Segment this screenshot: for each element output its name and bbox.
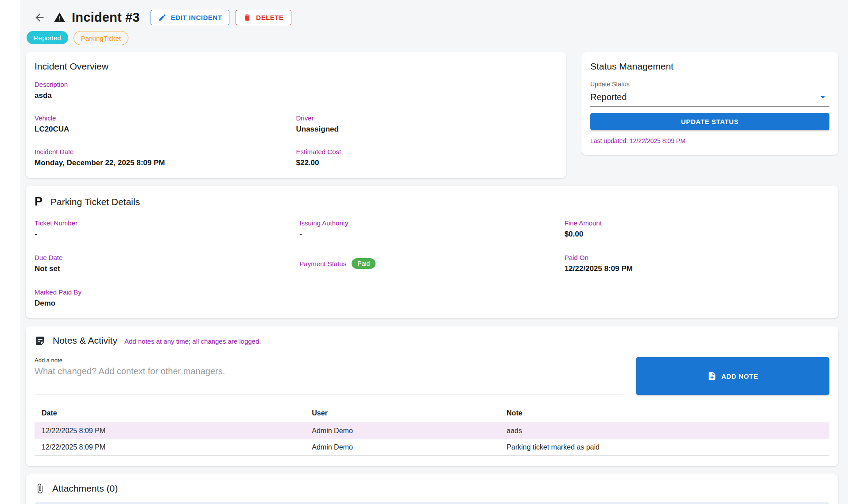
delete-button[interactable]: DELETE <box>236 10 291 25</box>
parking-icon: P <box>35 195 43 209</box>
marked-paid-by-field: Marked Paid By Demo <box>35 288 299 308</box>
due-date-label: Due Date <box>35 254 299 261</box>
description-value: asda <box>35 91 558 100</box>
page-header: Incident #3 EDIT INCIDENT DELETE <box>26 7 838 27</box>
trash-icon <box>243 13 252 22</box>
paid-status-badge: Paid <box>352 258 376 269</box>
date-cost-row: Incident Date Monday, December 22, 2025 … <box>35 148 558 167</box>
warning-icon <box>54 12 66 23</box>
note-row-user: Admin Demo <box>305 423 500 439</box>
chevron-down-icon <box>817 91 829 103</box>
last-updated-text: Last updated: 12/22/2025 8:09 PM <box>590 137 829 144</box>
paid-on-field: Paid On 12/22/2025 8:09 PM <box>565 254 829 273</box>
left-gutter <box>0 0 20 504</box>
note-input[interactable] <box>35 366 623 391</box>
note-row-date: 12/22/2025 8:09 PM <box>35 423 305 439</box>
edit-incident-button[interactable]: EDIT INCIDENT <box>151 10 230 25</box>
notes-input-row: Add a note ADD NOTE <box>35 357 829 395</box>
overview-title: Incident Overview <box>35 61 558 72</box>
note-input-wrap: Add a note <box>35 357 623 395</box>
note-row-note: aads <box>500 423 829 439</box>
vehicle-value: LC20CUA <box>35 125 296 134</box>
notes-header: Notes & Activity Add notes at any time; … <box>35 335 829 346</box>
fine-amount-label: Fine Amount <box>565 219 829 227</box>
incident-date-label: Incident Date <box>35 148 296 155</box>
notes-title: Notes & Activity <box>53 335 117 346</box>
update-status-button[interactable]: UPDATE STATUS <box>590 113 829 130</box>
top-cards-row: Incident Overview Description asda Vehic… <box>26 52 838 178</box>
update-status-select-value: Reported <box>590 92 627 102</box>
notes-table: Date User Note 12/22/2025 8:09 PM Admin … <box>35 405 829 456</box>
description-field: Description asda <box>35 81 558 100</box>
note-icon <box>35 335 46 346</box>
page-title: Incident #3 <box>72 10 140 25</box>
note-row-date: 12/22/2025 8:09 PM <box>35 439 305 456</box>
edit-incident-label: EDIT INCIDENT <box>171 14 222 21</box>
notes-table-header-date: Date <box>35 405 305 423</box>
notes-table-header-note: Note <box>500 405 829 423</box>
ticket-number-label: Ticket Number <box>35 219 299 227</box>
note-input-label: Add a note <box>35 357 623 364</box>
arrow-back-icon <box>34 12 46 23</box>
parking-ticket-header: P Parking Ticket Details <box>35 195 829 209</box>
delete-label: DELETE <box>256 14 283 21</box>
parking-ticket-title: Parking Ticket Details <box>50 197 140 207</box>
add-note-button[interactable]: ADD NOTE <box>636 357 829 395</box>
payment-status-field: Payment Status Paid <box>299 254 564 273</box>
attachments-card: Attachments (0) Upload photos, documents… <box>26 474 838 504</box>
driver-field: Driver Unassigned <box>296 114 558 134</box>
note-row-user: Admin Demo <box>305 439 500 456</box>
ticket-number-value: - <box>35 230 299 239</box>
chips-row: Reported ParkingTicket <box>27 31 838 45</box>
parking-ticket-grid: Ticket Number - Issuing Authority - Fine… <box>35 219 829 308</box>
marked-paid-by-value: Demo <box>35 299 299 308</box>
status-management-title: Status Management <box>590 61 829 72</box>
table-row: 12/22/2025 8:09 PM Admin Demo aads <box>35 423 829 439</box>
notes-table-header-user: User <box>305 405 500 423</box>
vehicle-driver-row: Vehicle LC20CUA Driver Unassigned <box>35 114 558 134</box>
pencil-icon <box>158 13 167 22</box>
estimated-cost-label: Estimated Cost <box>296 148 558 155</box>
update-status-select[interactable]: Reported <box>590 90 829 107</box>
due-date-value: Not set <box>35 264 299 273</box>
update-status-select-label: Update Status <box>590 81 829 88</box>
driver-label: Driver <box>296 114 558 122</box>
paperclip-icon <box>35 483 45 494</box>
back-button[interactable] <box>32 10 47 25</box>
paid-on-label: Paid On <box>565 254 829 261</box>
incident-type-chip: ParkingTicket <box>74 31 128 45</box>
ticket-number-field: Ticket Number - <box>35 219 299 239</box>
attachments-header: Attachments (0) <box>35 483 829 494</box>
incident-detail-page: Incident #3 EDIT INCIDENT DELETE Reporte… <box>20 0 848 504</box>
note-add-icon <box>707 371 717 381</box>
fine-amount-value: $0.00 <box>565 230 829 239</box>
vehicle-field: Vehicle LC20CUA <box>35 114 296 134</box>
fine-amount-field: Fine Amount $0.00 <box>565 219 829 239</box>
description-label: Description <box>35 81 558 88</box>
status-chip: Reported <box>27 31 68 44</box>
paid-on-value: 12/22/2025 8:09 PM <box>565 264 829 273</box>
issuing-authority-field: Issuing Authority - <box>299 219 564 239</box>
marked-paid-by-label: Marked Paid By <box>35 288 299 296</box>
notes-activity-card: Notes & Activity Add notes at any time; … <box>26 326 838 466</box>
status-management-card: Status Management Update Status Reported… <box>581 52 838 155</box>
note-row-note: Parking ticket marked as paid <box>500 439 829 456</box>
parking-ticket-card: P Parking Ticket Details Ticket Number -… <box>26 186 838 318</box>
estimated-cost-value: $22.00 <box>296 159 558 167</box>
issuing-authority-value: - <box>299 230 564 239</box>
notes-table-header-row: Date User Note <box>35 405 829 423</box>
add-note-button-label: ADD NOTE <box>721 372 758 380</box>
payment-status-label: Payment Status <box>299 260 346 268</box>
table-row: 12/22/2025 8:09 PM Admin Demo Parking ti… <box>35 439 829 456</box>
incident-date-field: Incident Date Monday, December 22, 2025 … <box>35 148 296 167</box>
update-status-button-label: UPDATE STATUS <box>681 118 739 125</box>
estimated-cost-field: Estimated Cost $22.00 <box>296 148 558 167</box>
incident-overview-card: Incident Overview Description asda Vehic… <box>26 52 566 178</box>
issuing-authority-label: Issuing Authority <box>299 219 564 227</box>
due-date-field: Due Date Not set <box>35 254 299 273</box>
attachments-title: Attachments (0) <box>52 483 118 494</box>
upload-panel: Upload photos, documents, or evidence re… <box>35 502 829 504</box>
notes-caption: Add notes at any time; all changes are l… <box>124 337 261 345</box>
driver-value: Unassigned <box>296 125 558 134</box>
incident-date-value: Monday, December 22, 2025 8:09 PM <box>35 159 296 167</box>
